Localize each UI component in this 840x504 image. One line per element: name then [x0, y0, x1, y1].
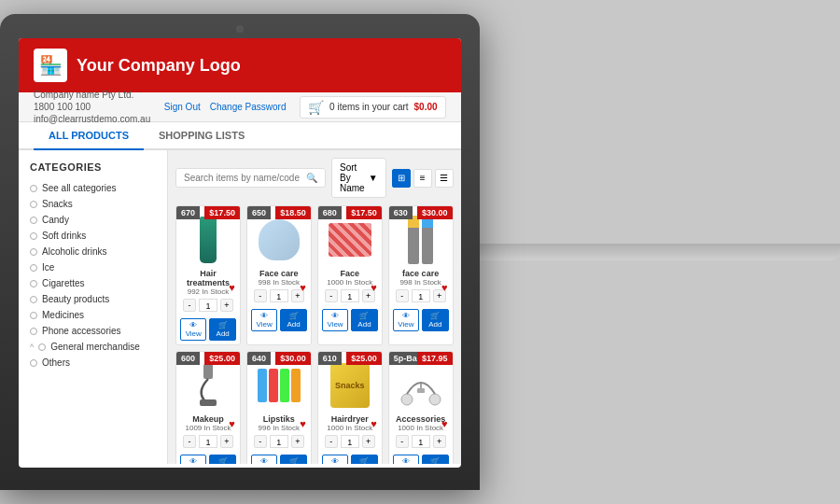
dot-icon	[30, 280, 37, 287]
add-button[interactable]: 🛒 Add	[280, 455, 306, 464]
qty-decrease-button[interactable]: -	[396, 435, 409, 448]
qty-value: 1	[199, 299, 217, 312]
tube-image	[200, 217, 217, 263]
product-name: face care	[394, 269, 448, 278]
product-price: $17.50	[346, 206, 382, 219]
svg-point-2	[401, 394, 413, 405]
wishlist-icon[interactable]: ♥	[441, 282, 448, 293]
qty-decrease-button[interactable]: -	[183, 299, 196, 312]
sidebar-item-all[interactable]: See all categories	[19, 180, 167, 196]
sign-out-link[interactable]: Sign Out	[164, 102, 201, 112]
wishlist-icon[interactable]: ♥	[441, 418, 448, 429]
sidebar-label: Ice	[42, 262, 54, 273]
lighter-red	[269, 369, 278, 402]
list-view-button[interactable]: ≡	[413, 169, 432, 188]
wishlist-icon[interactable]: ♥	[300, 282, 306, 293]
dot-icon	[30, 359, 37, 367]
compact-view-button[interactable]: ☰	[435, 169, 454, 188]
sidebar-item-others[interactable]: Others	[19, 355, 167, 371]
add-button[interactable]: 🛒 Add	[209, 455, 235, 464]
product-stock: 998 In Stock	[252, 278, 306, 287]
lighter-orange	[291, 369, 301, 402]
product-stock: 1000 In Stock	[323, 278, 377, 287]
add-button[interactable]: 🛒 Add	[351, 455, 377, 464]
qty-value: 1	[270, 435, 288, 448]
qty-value: 1	[412, 435, 430, 448]
add-button[interactable]: 🛒 Add	[280, 309, 306, 331]
add-button[interactable]: 🛒 Add	[351, 309, 377, 331]
product-price: $18.50	[275, 206, 311, 219]
products-area: 🔍 Sort By Name ▼ ⊞ ≡ ☰	[168, 150, 461, 464]
grid-view-button[interactable]: ⊞	[392, 169, 411, 188]
wishlist-icon[interactable]: ♥	[371, 418, 377, 429]
sidebar-item-medicines[interactable]: Medicines	[19, 307, 167, 323]
cart-area[interactable]: 🛒 0 items in your cart $0.00	[300, 96, 446, 119]
add-button[interactable]: 🛒 Add	[209, 318, 235, 341]
product-actions: 👁 View 🛒 Add	[176, 455, 240, 464]
add-button[interactable]: 🛒 Add	[422, 309, 448, 331]
qty-increase-button[interactable]: +	[362, 435, 375, 448]
wishlist-icon[interactable]: ♥	[229, 282, 235, 293]
view-button[interactable]: 👁 View	[180, 455, 206, 464]
quantity-control: - 1 +	[252, 289, 306, 302]
qty-decrease-button[interactable]: -	[396, 289, 409, 302]
tab-shopping-lists[interactable]: SHOPPING LISTS	[144, 122, 259, 150]
sidebar-item-ice[interactable]: Ice	[19, 259, 167, 275]
sidebar-item-beauty[interactable]: Beauty products	[19, 291, 167, 307]
sidebar-label: General merchandise	[50, 342, 140, 352]
wishlist-icon[interactable]: ♥	[229, 418, 235, 429]
sidebar-item-cigarettes[interactable]: Cigarettes	[19, 275, 167, 291]
sidebar-label: Snacks	[42, 199, 73, 209]
view-button[interactable]: 👁 View	[322, 455, 348, 464]
qty-decrease-button[interactable]: -	[325, 289, 338, 302]
sidebar-item-phone[interactable]: Phone accessories	[19, 323, 167, 339]
qty-increase-button[interactable]: +	[220, 435, 233, 448]
qty-increase-button[interactable]: +	[433, 435, 446, 448]
add-button[interactable]: 🛒 Add	[422, 455, 448, 464]
product-card: 5p-BagBr $17.95 ♥	[388, 351, 454, 464]
laptop-screen: 🏪 Your Company Logo Company name Pty Ltd…	[19, 38, 461, 468]
svg-rect-1	[200, 399, 217, 406]
sidebar-item-general[interactable]: ^ General merchandise	[19, 339, 167, 355]
dot-icon	[30, 217, 37, 224]
product-name: Lipstiks	[252, 414, 306, 424]
qty-increase-button[interactable]: +	[220, 299, 233, 312]
toolbar: 🔍 Sort By Name ▼ ⊞ ≡ ☰	[175, 158, 454, 198]
view-button[interactable]: 👁 View	[322, 309, 348, 331]
tab-all-products[interactable]: ALL PRODUCTS	[34, 122, 144, 150]
view-button[interactable]: 👁 View	[393, 455, 419, 464]
dot-icon	[30, 248, 37, 256]
pills-image	[329, 223, 371, 257]
qty-decrease-button[interactable]: -	[325, 435, 338, 448]
wishlist-icon[interactable]: ♥	[371, 282, 377, 293]
sidebar-item-soft-drinks[interactable]: Soft drinks	[19, 228, 167, 244]
laptop-frame: 🏪 Your Company Logo Company name Pty Ltd…	[0, 14, 480, 490]
product-badge: 670	[176, 206, 200, 219]
dot-icon	[30, 264, 37, 272]
sidebar-item-candy[interactable]: Candy	[19, 212, 167, 228]
product-name: Face care	[252, 269, 306, 278]
product-name: Face	[323, 269, 377, 278]
view-button[interactable]: 👁 View	[180, 318, 206, 341]
cart-text: 0 items in your cart	[329, 102, 408, 112]
view-button[interactable]: 👁 View	[251, 309, 277, 331]
sort-box[interactable]: Sort By Name ▼	[331, 158, 386, 198]
qty-value: 1	[341, 435, 359, 448]
qty-increase-button[interactable]: +	[291, 435, 304, 448]
search-box[interactable]: 🔍	[175, 168, 326, 188]
wishlist-icon[interactable]: ♥	[300, 418, 306, 429]
change-password-link[interactable]: Change Password	[210, 102, 287, 112]
tabs-bar: ALL PRODUCTS SHOPPING LISTS	[19, 122, 461, 150]
qty-decrease-button[interactable]: -	[254, 435, 267, 448]
quantity-control: - 1 +	[394, 435, 448, 448]
sidebar-item-alcoholic[interactable]: Alcoholic drinks	[19, 244, 167, 259]
qty-decrease-button[interactable]: -	[183, 435, 196, 448]
search-input[interactable]	[184, 173, 302, 183]
product-card: 630 $30.00 ♥ face care 998 In Stock	[388, 205, 454, 345]
view-button[interactable]: 👁 View	[251, 455, 277, 464]
qty-decrease-button[interactable]: -	[254, 289, 267, 302]
sidebar-item-snacks[interactable]: Snacks	[19, 196, 167, 212]
header-links: Sign Out Change Password	[164, 102, 287, 112]
product-actions: 👁 View 🛒 Add	[389, 455, 453, 464]
view-button[interactable]: 👁 View	[393, 309, 419, 331]
